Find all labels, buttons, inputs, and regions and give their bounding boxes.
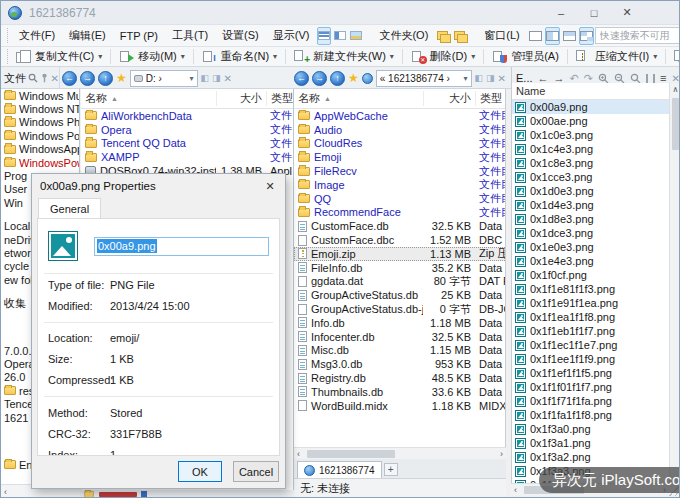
menu-folders[interactable]: 文件夹(O) bbox=[372, 27, 435, 45]
view-thumbnails-button[interactable] bbox=[349, 27, 363, 45]
column-type[interactable]: 类型 bbox=[266, 91, 293, 106]
pane-right-icon[interactable]: ◨ bbox=[212, 73, 221, 83]
maximize-button[interactable]: □ bbox=[579, 1, 609, 24]
layout-vertical-button[interactable] bbox=[545, 27, 560, 45]
filename-input[interactable]: 0x00a9.png bbox=[94, 237, 269, 256]
pane-right-icon[interactable]: ◨ bbox=[486, 73, 495, 83]
panel2-address-bar[interactable]: D: › ▾ bbox=[130, 70, 198, 87]
toolbar-button[interactable]: 压缩文件(I) ▾ bbox=[572, 48, 661, 66]
file-row[interactable]: Thumbnails.db 33.6 KB Data Ba bbox=[294, 385, 505, 399]
file-row[interactable]: AppWebCache 文件目 bbox=[294, 109, 505, 123]
ok-button[interactable]: OK bbox=[178, 461, 222, 482]
menu-item[interactable]: 工具(T) bbox=[165, 27, 215, 45]
close-panel-icon[interactable]: ✕ bbox=[224, 73, 232, 84]
column-name[interactable]: 名称▲ bbox=[81, 91, 216, 106]
redo-icon[interactable]: ↷ bbox=[584, 73, 593, 84]
favorites-star-icon[interactable]: ★ bbox=[116, 72, 127, 84]
file-row[interactable]: 0x1f1fa1f1f8.png bbox=[512, 408, 669, 422]
chevron-down-icon[interactable]: ▾ bbox=[190, 74, 194, 83]
quick-search-input[interactable] bbox=[595, 27, 680, 44]
file-row[interactable]: 0x1dce3.png bbox=[512, 226, 669, 240]
folder-pair-button[interactable] bbox=[436, 27, 451, 45]
file-row[interactable]: CustomFace.dbc 1.52 MB DBC Fil bbox=[294, 233, 505, 247]
tree-item[interactable]: WindowsApp bbox=[1, 143, 79, 156]
column-type[interactable]: 类型 bbox=[475, 91, 505, 106]
column-size[interactable]: 大小 bbox=[216, 91, 266, 106]
tree-item[interactable]: WindowsPow bbox=[1, 156, 79, 169]
file-row[interactable]: CloudRes 文件目 bbox=[294, 137, 505, 151]
file-row[interactable]: 0x1f1ec1f1e7.png bbox=[512, 338, 669, 352]
file-row[interactable]: 0x1f1e81f1f3.png bbox=[512, 282, 669, 296]
file-row[interactable]: 0x1e4e3.png bbox=[512, 254, 669, 268]
file-row[interactable]: 0x1f1f01f1f7.png bbox=[512, 380, 669, 394]
chevron-down-icon[interactable]: ▾ bbox=[464, 74, 468, 83]
layout-single-button[interactable] bbox=[528, 27, 543, 45]
layout-horizontal-button[interactable] bbox=[562, 27, 577, 45]
menu-item[interactable]: 文件(F) bbox=[12, 27, 62, 45]
scroll-up-icon[interactable]: ∧ bbox=[670, 83, 680, 96]
file-row[interactable]: 0x1cce3.png bbox=[512, 170, 669, 184]
file-row[interactable]: Emoji 文件目 bbox=[294, 150, 505, 164]
file-row[interactable]: 0x1f3a2.png bbox=[512, 450, 669, 464]
file-row[interactable]: Opera 文件 bbox=[81, 123, 293, 137]
file-row[interactable]: FileInfo.db 35.2 KB Data Ba bbox=[294, 261, 505, 275]
file-row[interactable]: 0x1f1eb1f1f7.png bbox=[512, 324, 669, 338]
menu-item[interactable]: 设置(S) bbox=[215, 27, 266, 45]
file-row[interactable]: 0x1f1f71f1fa.png bbox=[512, 394, 669, 408]
menu-window[interactable]: 窗口(L) bbox=[477, 27, 526, 45]
file-row[interactable]: 0x00ae.png bbox=[512, 114, 669, 128]
tree-item[interactable]: Windows Pho bbox=[1, 116, 79, 129]
file-row[interactable]: ggdata.dat 80 字节 DAT Fil bbox=[294, 275, 505, 289]
file-row[interactable]: RecommendFace 文件目 bbox=[294, 206, 505, 220]
column-size[interactable]: 大小 bbox=[423, 91, 475, 106]
scroll-right-icon[interactable]: › bbox=[497, 449, 506, 459]
up-button[interactable]: ↑ bbox=[330, 71, 345, 86]
file-row[interactable]: Image 文件目 bbox=[294, 178, 505, 192]
panel2-breadcrumb[interactable]: D: › bbox=[146, 73, 162, 84]
cancel-button[interactable]: Cancel bbox=[233, 461, 279, 482]
file-row[interactable]: FileRecv 文件目 bbox=[294, 164, 505, 178]
close-button[interactable]: ✕ bbox=[612, 1, 642, 24]
zoom-out-icon[interactable] bbox=[614, 73, 625, 84]
file-row[interactable]: 0x1f1ef1f1f5.png bbox=[512, 366, 669, 380]
back-icon[interactable]: ← bbox=[538, 73, 549, 84]
tree-item[interactable]: Windows Mu bbox=[1, 89, 79, 102]
file-row[interactable]: Registry.db 48.5 KB Data Ba bbox=[294, 371, 505, 385]
full-size-icon[interactable] bbox=[653, 74, 655, 83]
file-row[interactable]: Audio 文件目 bbox=[294, 123, 505, 137]
toolbar-button[interactable]: 新建文件夹(W) ▾ bbox=[290, 48, 398, 66]
view-list-button[interactable] bbox=[333, 27, 347, 45]
file-row[interactable]: 0x1d4e3.png bbox=[512, 198, 669, 212]
scrollbar-thumb[interactable] bbox=[672, 98, 679, 150]
file-row[interactable]: QQ 文件目 bbox=[294, 192, 505, 206]
menu-item[interactable]: FTP (P) bbox=[113, 27, 165, 45]
panel3-breadcrumb[interactable]: « 1621386774 › bbox=[380, 73, 450, 84]
toolbar-button[interactable]: 移动(M) ▾ bbox=[115, 48, 189, 66]
new-tab-button[interactable]: + bbox=[384, 463, 398, 476]
file-row[interactable]: Emoji.zip 1.13 MB Zip 压 bbox=[294, 247, 505, 261]
file-row[interactable]: CustomFace.db 32.5 KB Data Ba bbox=[294, 219, 505, 233]
search-icon[interactable] bbox=[28, 73, 38, 83]
close-panel-icon[interactable]: ✕ bbox=[671, 73, 679, 84]
file-row[interactable]: GroupActiveStatus.db 25 KB Data Ba bbox=[294, 288, 505, 302]
menu-item[interactable]: 显示(V) bbox=[266, 27, 317, 45]
tree-item[interactable]: Windows NT bbox=[1, 102, 79, 115]
file-row[interactable]: 0x1e0e3.png bbox=[512, 240, 669, 254]
menu-item[interactable]: 编辑(E) bbox=[62, 27, 113, 45]
pane-left-icon[interactable]: ◧ bbox=[475, 73, 484, 83]
minimize-button[interactable]: – bbox=[546, 1, 576, 24]
menu-icon[interactable]: ≡ bbox=[660, 73, 666, 84]
file-row[interactable]: 0x00a9.png bbox=[512, 100, 669, 114]
folder-find-button[interactable] bbox=[453, 27, 468, 45]
file-row[interactable]: AliWorkbenchData 文件 bbox=[81, 109, 293, 123]
file-row[interactable]: 0x1c8e3.png bbox=[512, 156, 669, 170]
pane-left-icon[interactable]: ◧ bbox=[201, 73, 210, 83]
close-panel-icon[interactable]: ✕ bbox=[498, 73, 506, 84]
file-row[interactable]: 0x1d0e3.png bbox=[512, 184, 669, 198]
file-row[interactable]: 0x1f3a0.png bbox=[512, 422, 669, 436]
file-row[interactable]: WordBuild.midx 1.18 KB MIDX F bbox=[294, 399, 505, 413]
file-row[interactable]: Tencent QQ Data 文件 bbox=[81, 137, 293, 151]
undo-icon[interactable]: ↶ bbox=[570, 73, 579, 84]
tree-item[interactable]: Windows Por bbox=[1, 129, 79, 142]
folder-tab[interactable]: 1621386774 bbox=[297, 461, 382, 478]
